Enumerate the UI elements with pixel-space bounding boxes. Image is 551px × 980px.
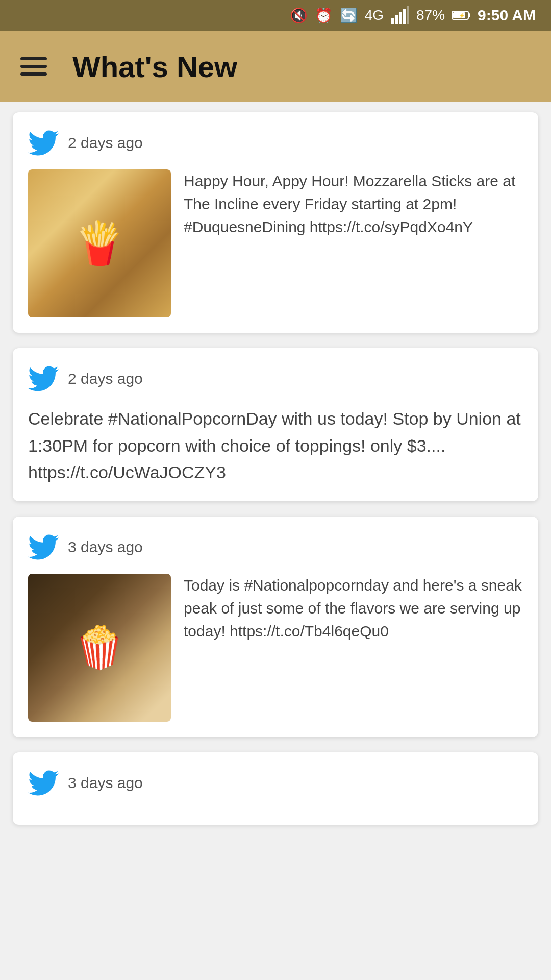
twitter-icon-2 — [28, 363, 59, 394]
hamburger-menu-button[interactable] — [20, 57, 47, 76]
tweet-card-2[interactable]: 2 days ago Celebrate #NationalPopcornDay… — [13, 348, 538, 501]
network-type: 4G — [365, 7, 384, 23]
battery-percentage: 87% — [416, 7, 445, 23]
twitter-icon-1 — [28, 128, 59, 158]
tweet-header-4: 3 days ago — [28, 768, 523, 798]
hamburger-line-1 — [20, 57, 47, 60]
alarm-icon: ⏰ — [315, 7, 333, 24]
svg-text:⚡: ⚡ — [459, 12, 465, 19]
tweet-card-1[interactable]: 2 days ago Happy Hour, Appy Hour! Mozzar… — [13, 112, 538, 333]
tweet-body-1: Happy Hour, Appy Hour! Mozzarella Sticks… — [28, 169, 523, 317]
tweet-body-3: Today is #Nationalpopcornday and here's … — [28, 574, 523, 722]
twitter-icon-4 — [28, 768, 59, 798]
status-bar: 🔇 ⏰ 🔄 4G 87% ⚡ 9:50 AM — [0, 0, 551, 31]
tweet-text-2: Celebrate #NationalPopcornDay with us to… — [28, 405, 523, 486]
page-title: What's New — [72, 50, 237, 84]
status-time: 9:50 AM — [478, 7, 536, 24]
battery-icon: ⚡ — [452, 10, 470, 20]
tweet-card-3[interactable]: 3 days ago Today is #Nationalpopcornday … — [13, 517, 538, 737]
twitter-icon-3 — [28, 532, 59, 562]
status-icons: 🔇 ⏰ 🔄 4G 87% ⚡ 9:50 AM — [290, 6, 536, 24]
tweet-card-4[interactable]: 3 days ago — [13, 752, 538, 825]
tweet-header-3: 3 days ago — [28, 532, 523, 562]
signal-icon — [391, 6, 409, 24]
tweet-header-2: 2 days ago — [28, 363, 523, 394]
tweet-image-3 — [28, 574, 171, 722]
svg-rect-4 — [407, 6, 409, 24]
app-header: What's New — [0, 31, 551, 102]
svg-rect-6 — [468, 13, 470, 17]
tweet-image-1 — [28, 169, 171, 317]
svg-rect-1 — [395, 15, 398, 24]
hamburger-line-3 — [20, 72, 47, 76]
tweet-time-1: 2 days ago — [68, 134, 143, 152]
tweet-feed: 2 days ago Happy Hour, Appy Hour! Mozzar… — [0, 102, 551, 835]
tweet-time-3: 3 days ago — [68, 538, 143, 556]
svg-rect-0 — [391, 18, 394, 24]
hamburger-line-2 — [20, 65, 47, 68]
tweet-body-2: Celebrate #NationalPopcornDay with us to… — [28, 405, 523, 486]
svg-rect-2 — [399, 12, 402, 24]
tweet-time-4: 3 days ago — [68, 774, 143, 792]
tweet-time-2: 2 days ago — [68, 370, 143, 387]
svg-rect-3 — [403, 9, 406, 24]
mute-icon: 🔇 — [290, 7, 308, 24]
tweet-header-1: 2 days ago — [28, 128, 523, 158]
sync-icon: 🔄 — [340, 7, 358, 24]
tweet-text-3: Today is #Nationalpopcornday and here's … — [184, 574, 523, 643]
tweet-text-1: Happy Hour, Appy Hour! Mozzarella Sticks… — [184, 169, 523, 238]
